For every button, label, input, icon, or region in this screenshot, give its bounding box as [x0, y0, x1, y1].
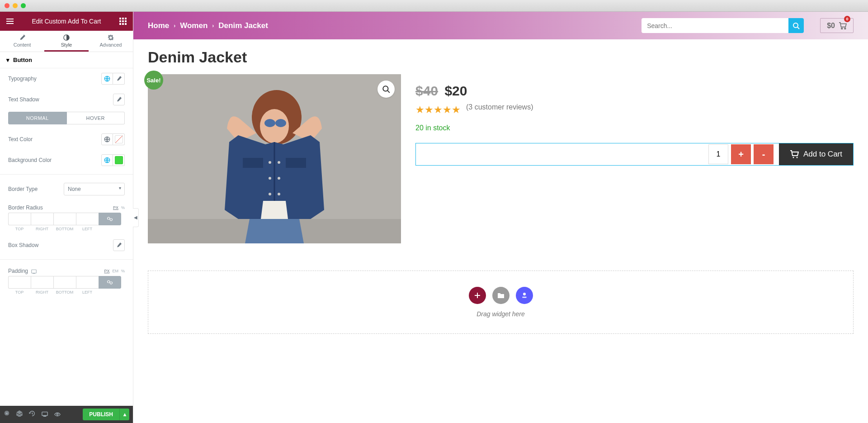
bc-home[interactable]: Home	[148, 21, 169, 30]
product-gallery: Sale!	[148, 74, 401, 243]
history-icon[interactable]	[29, 410, 35, 418]
cart-button[interactable]: $0 0	[820, 18, 854, 33]
text-shadow-edit-icon[interactable]	[113, 94, 125, 105]
qty-plus-button[interactable]: +	[731, 144, 751, 164]
collapse-sidebar-icon[interactable]: ◀	[133, 208, 139, 227]
add-template-icon[interactable]	[492, 287, 509, 304]
cart-badge: 0	[844, 16, 850, 22]
publish-label[interactable]: PUBLISH	[83, 409, 119, 420]
state-tab-normal[interactable]: NORMAL	[8, 112, 67, 124]
quantity-input[interactable]	[708, 144, 728, 164]
rating-stars: ★★★★★	[415, 104, 461, 116]
tab-style[interactable]: Style	[44, 31, 89, 52]
link-values-icon[interactable]	[99, 213, 121, 225]
text-color-global-icon[interactable]	[101, 133, 113, 145]
control-text-shadow: Text Shadow	[0, 89, 133, 110]
preview-icon[interactable]	[54, 410, 61, 418]
qty-minus-button[interactable]: -	[754, 144, 774, 164]
reviews-link[interactable]: (3 customer reviews)	[466, 103, 533, 111]
pad-unit-px[interactable]: PX	[104, 269, 109, 273]
breadcrumb: Home › Women › Denim Jacket	[148, 21, 268, 30]
br-top[interactable]	[8, 213, 31, 225]
svg-rect-1	[6, 21, 14, 22]
svg-point-37	[278, 193, 280, 195]
svg-point-32	[269, 161, 271, 164]
svg-point-34	[269, 177, 271, 180]
br-bottom[interactable]	[53, 213, 76, 225]
tab-advanced[interactable]: Advanced	[89, 31, 133, 52]
search-bar	[642, 18, 804, 33]
add-section-icon[interactable]	[469, 287, 486, 304]
product-title: Denim Jacket	[148, 48, 854, 66]
typography-global-icon[interactable]	[101, 73, 113, 85]
svg-rect-3	[119, 18, 121, 19]
add-to-cart-row: + - Add to Cart	[415, 143, 854, 166]
search-button[interactable]	[788, 18, 804, 33]
svg-point-31	[275, 119, 286, 127]
background-color-label: Background Color	[8, 157, 52, 163]
text-color-swatch[interactable]	[113, 133, 125, 145]
svg-rect-9	[119, 23, 121, 25]
search-input[interactable]	[642, 18, 788, 33]
widgets-grid-icon[interactable]	[118, 17, 127, 26]
zoom-icon[interactable]	[377, 81, 395, 98]
dim-right: RIGHT	[31, 225, 53, 231]
bc-women[interactable]: Women	[180, 21, 208, 30]
drop-zone-hint: Drag widget here	[476, 310, 525, 318]
pad-unit-em[interactable]: EM	[112, 269, 118, 273]
unit-percent[interactable]: %	[121, 205, 125, 210]
bg-color-global-icon[interactable]	[101, 154, 113, 166]
svg-point-23	[841, 28, 843, 29]
text-shadow-label: Text Shadow	[8, 96, 39, 103]
br-left[interactable]	[76, 213, 99, 225]
pad-bottom[interactable]	[53, 276, 76, 289]
control-box-shadow: Box Shadow	[0, 235, 133, 256]
border-type-select[interactable]: None	[64, 183, 125, 195]
widget-drop-zone[interactable]: Drag widget here	[148, 271, 854, 334]
dim-left: LEFT	[76, 225, 99, 231]
section-button[interactable]: ▾ Button	[0, 52, 133, 68]
svg-rect-6	[119, 20, 121, 22]
pad-right[interactable]	[31, 276, 53, 289]
control-border-radius: Border Radius PX %	[0, 200, 133, 213]
pad-unit-percent[interactable]: %	[121, 269, 125, 273]
navigator-icon[interactable]	[16, 410, 23, 418]
bg-color-swatch[interactable]	[113, 154, 125, 166]
state-tab-hover[interactable]: HOVER	[67, 112, 125, 124]
control-border-type: Border Type None	[0, 178, 133, 200]
chevron-right-icon: ›	[174, 23, 175, 29]
minimize-window-icon[interactable]	[13, 3, 18, 8]
svg-rect-19	[42, 412, 47, 416]
publish-button[interactable]: PUBLISH ▴	[83, 409, 129, 420]
border-radius-inputs: TOP RIGHT BOTTOM LEFT	[0, 213, 133, 235]
control-typography: Typography	[0, 68, 133, 89]
menu-icon[interactable]	[5, 17, 14, 26]
pad-link-icon[interactable]	[99, 276, 121, 289]
svg-rect-16	[32, 270, 37, 273]
dim-bottom: BOTTOM	[53, 225, 76, 231]
box-shadow-label: Box Shadow	[8, 242, 38, 248]
preview-pane: Home › Women › Denim Jacket $0 0 Denim J…	[133, 12, 868, 423]
pad-top[interactable]	[8, 276, 31, 289]
padding-inputs: TOP RIGHT BOTTOM LEFT	[0, 276, 133, 298]
border-radius-label: Border Radius	[8, 204, 43, 211]
bc-product: Denim Jacket	[218, 21, 268, 30]
br-right[interactable]	[31, 213, 53, 225]
typography-edit-icon[interactable]	[113, 73, 125, 85]
publish-caret-icon[interactable]: ▴	[119, 409, 129, 420]
unit-px[interactable]: PX	[113, 205, 118, 210]
product-image[interactable]	[148, 74, 401, 243]
pad-left[interactable]	[76, 276, 99, 289]
add-global-icon[interactable]	[516, 287, 533, 304]
tab-content[interactable]: Content	[0, 31, 44, 52]
maximize-window-icon[interactable]	[21, 3, 26, 8]
svg-point-29	[260, 109, 289, 143]
add-to-cart-button[interactable]: Add to Cart	[779, 143, 853, 165]
box-shadow-edit-icon[interactable]	[113, 239, 125, 251]
tab-advanced-label: Advanced	[100, 42, 122, 48]
settings-icon[interactable]	[4, 410, 10, 418]
close-window-icon[interactable]	[5, 3, 9, 8]
editor-sidebar: Edit Custom Add To Cart Content Style Ad…	[0, 12, 133, 423]
responsive-icon[interactable]	[42, 410, 48, 418]
svg-point-24	[844, 28, 846, 29]
